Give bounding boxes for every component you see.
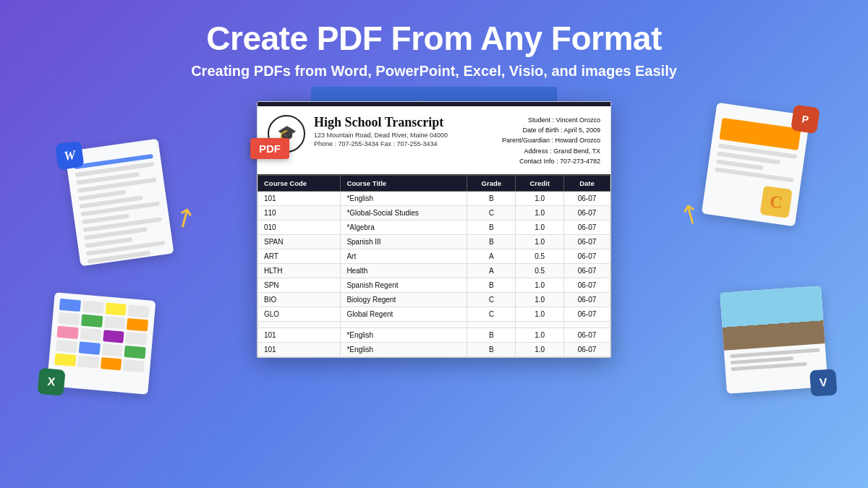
table-cell-title [341, 321, 467, 328]
table-cell-credit: 1.0 [516, 328, 564, 342]
school-info: High School Transcript 123 Mountain Road… [314, 115, 493, 147]
table-header-row: Course Code Course Title Grade Credit Da… [258, 175, 610, 191]
table-cell-code: HLTH [258, 263, 341, 278]
doc-line [730, 348, 820, 358]
table-cell-grade [467, 321, 516, 328]
table-cell-title: Health [341, 263, 467, 278]
table-row: 101*EnglishB1.006-07 [258, 328, 610, 342]
table-cell-date [564, 321, 610, 328]
table-cell-title: Global Regent [341, 307, 467, 321]
col-header-credit: Credit [516, 175, 564, 191]
table-cell-code: 110 [258, 205, 341, 220]
table-cell-credit: 1.0 [516, 205, 564, 220]
excel-icon: X [38, 367, 66, 395]
pdf-top-section: 🎓 High School Transcript 123 Mountain Ro… [258, 106, 610, 175]
table-cell-date: 06-07 [564, 205, 610, 220]
school-phone: Phone : 707-255-3434 Fax : 707-255-3434 [314, 140, 493, 147]
content-area: ↗ ↓ ↗ W X [0, 87, 868, 441]
table-cell-date: 06-07 [564, 307, 610, 321]
table-cell-credit: 0.5 [516, 249, 564, 263]
table-cell-code: 101 [258, 328, 341, 342]
table-cell-title: *Algebra [341, 220, 467, 234]
excel-grid [48, 292, 156, 379]
col-header-code: Course Code [258, 175, 341, 191]
arrow-left-icon: ↗ [168, 199, 202, 236]
table-cell-title: Spanish Regent [341, 278, 467, 292]
table-cell-grade: B [467, 342, 516, 356]
table-cell-code: 010 [258, 220, 341, 234]
table-cell-code: 101 [258, 342, 341, 356]
table-cell-date: 06-07 [564, 234, 610, 249]
table-cell-credit: 1.0 [516, 292, 564, 307]
table-cell-grade: B [467, 328, 516, 342]
table-cell-date: 06-07 [564, 191, 610, 205]
table-cell-grade: B [467, 278, 516, 292]
excel-cell [103, 330, 124, 343]
hero-section: Create PDF From Any Format Creating PDFs… [0, 0, 868, 80]
excel-cell [101, 343, 123, 356]
table-cell-title: *Global-Social Studies [341, 205, 467, 220]
excel-cell [128, 304, 150, 317]
excel-cell [124, 345, 146, 358]
table-cell-credit: 1.0 [516, 342, 564, 356]
ppt-document-card: P C [702, 102, 810, 226]
table-cell-credit: 1.0 [516, 278, 564, 292]
table-cell-grade: C [467, 205, 516, 220]
table-row: ARTArtA0.506-07 [258, 249, 610, 263]
excel-document-card: X [47, 292, 156, 395]
table-row: 110*Global-Social StudiesC1.006-07 [258, 205, 610, 220]
visio-icon: V [809, 369, 837, 396]
table-cell-title: Biology Regent [341, 292, 467, 307]
excel-cell [100, 357, 122, 370]
table-row: GLOGlobal RegentC1.006-07 [258, 307, 610, 321]
excel-cell [77, 355, 99, 368]
table-cell-grade: B [467, 191, 516, 205]
table-cell-title: *English [341, 328, 467, 342]
table-cell-grade: C [467, 307, 516, 321]
ppt-icon: P [791, 104, 820, 134]
table-cell-grade: A [467, 263, 516, 278]
table-cell-grade: B [467, 220, 516, 234]
pdf-document: PDF 🎓 High School Transcript 123 Mountai… [257, 101, 611, 358]
table-row [258, 321, 610, 328]
table-cell-code: GLO [258, 307, 341, 321]
table-cell-title: Spanish III [341, 234, 467, 249]
table-cell-code: BIO [258, 292, 341, 307]
table-cell-date: 06-07 [564, 342, 610, 356]
excel-cell [80, 328, 101, 341]
table-cell-date: 06-07 [564, 328, 610, 342]
excel-cell [54, 353, 76, 366]
table-cell-code: ART [258, 249, 341, 263]
excel-cell [81, 314, 103, 327]
student-address: Address : Grand Bend, TX [502, 146, 600, 156]
visio-image [720, 286, 825, 351]
table-cell-date: 06-07 [564, 263, 610, 278]
table-cell-title: *English [341, 191, 467, 205]
table-row: 010*AlgebraB1.006-07 [258, 220, 610, 234]
pdf-badge: PDF [250, 138, 289, 159]
student-name: Student : Vincent Orozco [502, 115, 600, 125]
excel-cell [56, 339, 77, 352]
excel-cell [123, 359, 145, 372]
table-cell-date: 06-07 [564, 249, 610, 263]
hero-title: Create PDF From Any Format [0, 20, 868, 57]
excel-cell [59, 298, 81, 311]
student-dob: Date of Birth : April 5, 2009 [502, 125, 600, 135]
table-cell-date: 06-07 [564, 220, 610, 234]
word-document-card: W [64, 138, 174, 266]
col-header-date: Date [564, 175, 610, 191]
transcript-title: High School Transcript [314, 115, 493, 130]
table-cell-credit: 1.0 [516, 191, 564, 205]
col-header-grade: Grade [467, 175, 516, 191]
table-cell-grade: A [467, 249, 516, 263]
table-row: SPNSpanish RegentB1.006-07 [258, 278, 610, 292]
excel-cell [105, 302, 127, 315]
excel-cell [56, 325, 78, 338]
student-contact: Contact Info : 707-273-4782 [502, 156, 600, 166]
table-cell-title: *English [341, 342, 467, 356]
table-cell-date: 06-07 [564, 292, 610, 307]
excel-cell [78, 341, 100, 354]
table-cell-credit: 1.0 [516, 220, 564, 234]
table-row: SPANSpanish IIIB1.006-07 [258, 234, 610, 249]
table-cell-credit: 0.5 [516, 263, 564, 278]
